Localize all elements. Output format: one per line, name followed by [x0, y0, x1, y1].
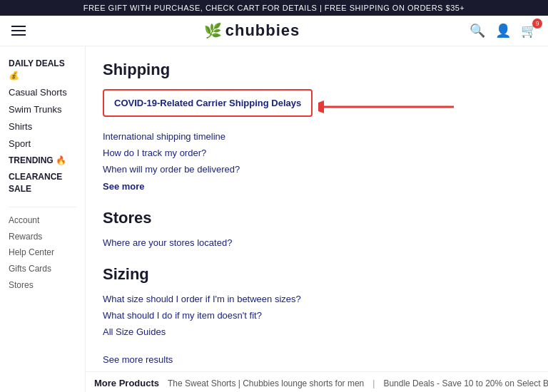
more-products-label: More Products — [94, 378, 159, 388]
arrow-icon — [318, 96, 461, 118]
stores-section: Stores Where are your stores located? — [103, 209, 531, 248]
sidebar-item-trending[interactable]: TRENDING 🔥 — [9, 155, 76, 167]
shipping-see-more[interactable]: See more — [103, 181, 145, 192]
logo-text: chubbies — [225, 21, 300, 40]
header-left — [11, 26, 34, 36]
sidebar-item-account[interactable]: Account — [9, 215, 76, 227]
sizing-between-sizes-link[interactable]: What size should I order if I'm in betwe… — [103, 294, 531, 304]
cart-icon[interactable]: 🛒 9 — [521, 23, 537, 38]
user-icon[interactable]: 👤 — [495, 23, 511, 38]
banner-text: FREE GIFT WITH PURCHASE, CHECK CART FOR … — [83, 4, 465, 12]
all-size-guides-link[interactable]: All Size Guides — [103, 326, 531, 337]
shipping-section: Shipping COVID-19-Related Carrier Shippi… — [103, 61, 531, 192]
sidebar-main-section: DAILY DEALS 💰 Casual Shorts Swim Trunks … — [9, 58, 76, 195]
sidebar-item-sport[interactable]: Sport — [9, 138, 76, 150]
more-products-bar: More Products The Sweat Shorts | Chubbie… — [86, 371, 548, 392]
stores-location-link[interactable]: Where are your stores located? — [103, 237, 531, 248]
sidebar-item-shirts[interactable]: Shirts — [9, 120, 76, 133]
header-icons: 🔍 👤 🛒 9 — [470, 23, 537, 38]
sidebar-item-help-center[interactable]: Help Center — [9, 247, 76, 259]
sidebar-item-stores[interactable]: Stores — [9, 279, 76, 292]
sizing-title: Sizing — [103, 265, 531, 284]
sizing-section: Sizing What size should I order if I'm i… — [103, 265, 531, 337]
order-delivery-link[interactable]: When will my order be delivered? — [103, 164, 531, 175]
sidebar-item-daily-deals[interactable]: DAILY DEALS 💰 — [9, 58, 76, 82]
sidebar-item-gifts-cards[interactable]: Gifts Cards — [9, 263, 76, 275]
shipping-title: Shipping — [103, 61, 531, 79]
sidebar-item-rewards[interactable]: Rewards — [9, 231, 76, 243]
product-link-0[interactable]: The Sweat Shorts | Chubbies lounge short… — [168, 378, 364, 388]
logo-icon: 🌿 — [204, 22, 223, 39]
international-shipping-link[interactable]: International shipping timeline — [103, 131, 531, 142]
logo[interactable]: 🌿 chubbies — [204, 21, 300, 40]
main-content: Shipping COVID-19-Related Carrier Shippi… — [86, 46, 548, 392]
main-layout: DAILY DEALS 💰 Casual Shorts Swim Trunks … — [0, 46, 548, 392]
sidebar-divider — [9, 207, 76, 207]
top-banner: FREE GIFT WITH PURCHASE, CHECK CART FOR … — [0, 0, 548, 16]
search-icon[interactable]: 🔍 — [470, 23, 485, 38]
hamburger-menu[interactable] — [11, 26, 26, 36]
sizing-doesnt-fit-link[interactable]: What should I do if my item doesn't fit? — [103, 310, 531, 321]
stores-title: Stores — [103, 209, 531, 227]
covid-link[interactable]: COVID-19-Related Carrier Shipping Delays — [103, 89, 313, 117]
sidebar-item-swim-trunks[interactable]: Swim Trunks — [9, 103, 76, 116]
sidebar-secondary-section: Account Rewards Help Center Gifts Cards … — [9, 215, 76, 292]
header: 🌿 chubbies 🔍 👤 🛒 9 — [0, 16, 548, 46]
sidebar-item-casual-shorts[interactable]: Casual Shorts — [9, 86, 76, 99]
cart-badge: 9 — [532, 19, 542, 29]
product-link-1[interactable]: Bundle Deals - Save 10 to 20% on Select … — [383, 378, 548, 388]
product-sep-0: | — [372, 378, 375, 388]
sidebar: DAILY DEALS 💰 Casual Shorts Swim Trunks … — [0, 46, 86, 392]
sidebar-item-clearance-sale[interactable]: CLEARANCE SALE — [9, 171, 76, 195]
track-order-link[interactable]: How do I track my order? — [103, 148, 531, 158]
see-more-results[interactable]: See more results — [103, 354, 531, 365]
